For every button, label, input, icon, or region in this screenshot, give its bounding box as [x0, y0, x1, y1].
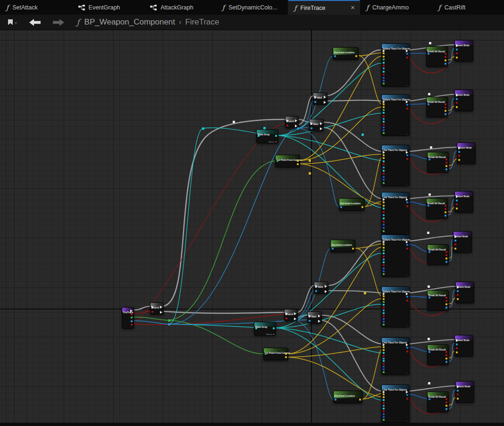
output-pin[interactable] [445, 59, 446, 61]
node-break-hit-result-6[interactable]: Break Hit Result⌄ [427, 290, 449, 311]
input-pin[interactable] [383, 408, 385, 409]
input-pin[interactable] [456, 57, 458, 58]
input-pin[interactable] [454, 243, 456, 245]
node-line-trace-4[interactable]: Line Trace For Objects⌄ [381, 384, 410, 423]
output-pin[interactable] [285, 353, 287, 355]
input-pin[interactable] [383, 273, 385, 275]
input-pin[interactable] [383, 157, 385, 159]
output-pin[interactable] [318, 315, 320, 317]
output-pin[interactable] [445, 215, 446, 217]
output-pin[interactable] [445, 208, 446, 210]
output-pin[interactable] [406, 347, 408, 349]
input-pin[interactable] [456, 106, 458, 108]
output-pin[interactable] [406, 300, 408, 301]
input-pin[interactable] [383, 112, 385, 114]
input-pin[interactable] [383, 160, 385, 162]
output-pin[interactable] [445, 398, 447, 400]
input-pin[interactable] [456, 52, 458, 54]
node-sphere-trace-2[interactable]: Sphere Trace For Objects⌄ [381, 94, 410, 136]
reroute-knot[interactable] [233, 121, 235, 123]
node-make-array-1[interactable]: Make ArrayAdd pin ⊕ [256, 129, 278, 143]
node-break-hit-result-4[interactable]: Break Hit Result⌄ [426, 198, 448, 219]
input-pin[interactable] [428, 53, 429, 55]
input-pin[interactable] [383, 416, 385, 418]
input-pin[interactable] [311, 127, 312, 129]
input-pin[interactable] [383, 298, 385, 300]
output-pin[interactable] [445, 159, 447, 160]
output-pin[interactable] [406, 50, 408, 52]
input-pin[interactable] [383, 366, 385, 368]
node-get-point-from-camera-2[interactable]: Get Point From Camera [263, 348, 288, 360]
reroute-knot[interactable] [168, 323, 170, 326]
back-button[interactable] [26, 15, 43, 30]
output-pin[interactable] [294, 317, 296, 320]
input-pin[interactable] [383, 402, 385, 404]
input-pin[interactable] [383, 176, 385, 178]
output-pin[interactable] [406, 57, 408, 58]
node-return-node-1[interactable]: Return Node [454, 40, 473, 62]
input-pin[interactable] [315, 290, 317, 292]
input-pin[interactable] [383, 163, 385, 165]
input-pin[interactable] [456, 94, 458, 97]
reroute-knot[interactable] [364, 292, 366, 294]
input-pin[interactable] [456, 339, 458, 342]
input-pin[interactable] [383, 318, 385, 320]
output-pin[interactable] [445, 113, 446, 115]
output-pin[interactable] [445, 307, 447, 309]
input-pin[interactable] [456, 102, 458, 104]
input-pin[interactable] [383, 173, 385, 175]
input-pin[interactable] [454, 240, 456, 242]
reroute-knot[interactable] [428, 382, 430, 384]
output-pin[interactable] [406, 292, 408, 295]
output-pin[interactable] [352, 248, 354, 250]
input-pin[interactable] [457, 393, 459, 395]
output-pin[interactable] [297, 160, 299, 162]
node-break-hit-result-8[interactable]: Break Hit Result⌄ [427, 392, 449, 412]
input-pin[interactable] [454, 235, 457, 238]
input-pin[interactable] [334, 55, 336, 57]
output-pin[interactable] [406, 151, 408, 154]
reroute-knot[interactable] [309, 172, 311, 175]
node-return-node-3[interactable]: Return Node [457, 142, 476, 164]
node-entry[interactable]: FireTrace [122, 307, 134, 329]
output-pin[interactable] [445, 358, 447, 359]
output-pin[interactable] [445, 401, 447, 403]
input-pin[interactable] [383, 355, 385, 357]
tab-chargeammo[interactable]: ƒChargeAmmo [360, 0, 432, 15]
output-pin[interactable] [406, 100, 408, 103]
node-return-node-8[interactable]: Return Node [455, 381, 474, 403]
output-pin[interactable] [355, 55, 357, 57]
output-pin[interactable] [445, 351, 447, 353]
reroute-knot[interactable] [429, 42, 431, 44]
tab-setdynamiccolo-[interactable]: ƒSetDynamicColo... [216, 0, 288, 15]
close-tab-icon[interactable]: ✕ [351, 5, 355, 11]
node-is-valid-b[interactable]: Is Valid [313, 92, 328, 105]
node-sphere-trace-4[interactable]: Sphere Trace For Objects⌄ [381, 286, 410, 327]
output-pin[interactable] [406, 398, 408, 400]
input-pin[interactable] [383, 205, 385, 207]
output-pin[interactable] [324, 101, 326, 104]
input-pin[interactable] [428, 205, 429, 207]
node-line-trace-2[interactable]: Line Trace For Objects⌄ [381, 192, 410, 234]
output-pin[interactable] [406, 53, 408, 55]
input-pin[interactable] [383, 413, 385, 415]
input-pin[interactable] [383, 80, 385, 82]
reroute-knot[interactable] [168, 319, 170, 322]
tab-castrift[interactable]: ƒCastRift [432, 0, 504, 15]
input-pin[interactable] [383, 250, 385, 251]
output-pin[interactable] [406, 343, 408, 346]
input-pin[interactable] [311, 122, 313, 125]
reroute-knot[interactable] [428, 285, 430, 288]
input-pin[interactable] [383, 167, 385, 168]
node-line-trace-3[interactable]: Line Trace For Objects⌄ [381, 337, 410, 375]
output-pin[interactable] [445, 254, 447, 256]
input-pin[interactable] [457, 398, 459, 400]
input-pin[interactable] [456, 44, 458, 47]
tab-attackgraph[interactable]: AttackGraph [144, 0, 216, 15]
input-pin[interactable] [383, 304, 385, 306]
input-pin[interactable] [428, 398, 430, 400]
input-pin[interactable] [335, 399, 336, 401]
node-get-actor-location-4[interactable]: Get Actor LocationTarget is Actor [333, 391, 362, 403]
input-pin[interactable] [315, 285, 318, 288]
input-pin[interactable] [456, 351, 458, 353]
